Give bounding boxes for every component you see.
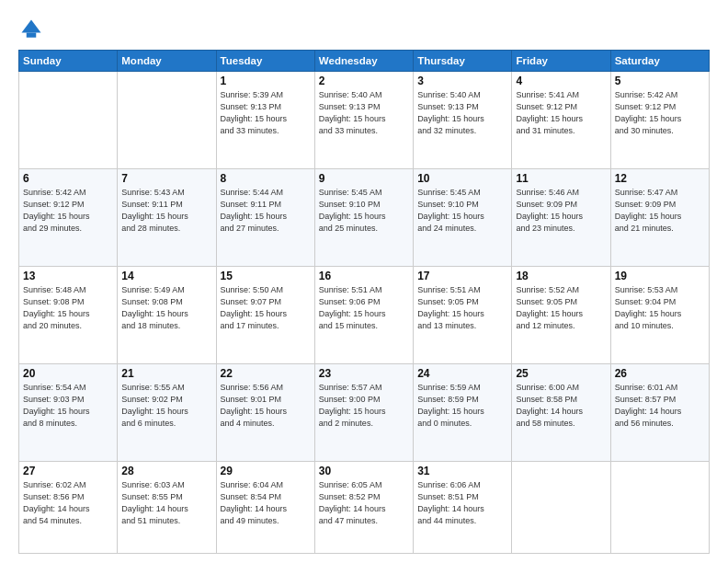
day-number: 2 xyxy=(319,75,409,87)
day-number: 26 xyxy=(615,367,705,380)
day-info: Sunrise: 5:57 AM Sunset: 9:00 PM Dayligh… xyxy=(319,382,409,430)
day-info: Sunrise: 6:04 AM Sunset: 8:54 PM Dayligh… xyxy=(221,479,311,527)
day-info: Sunrise: 5:40 AM Sunset: 9:13 PM Dayligh… xyxy=(319,89,409,137)
day-number: 15 xyxy=(221,270,311,282)
day-number: 14 xyxy=(121,270,211,282)
svg-rect-1 xyxy=(27,33,37,38)
day-number: 31 xyxy=(417,465,507,477)
header xyxy=(18,17,710,42)
calendar-cell: 8Sunrise: 5:44 AM Sunset: 9:11 PM Daylig… xyxy=(216,169,314,267)
calendar-cell: 19Sunrise: 5:53 AM Sunset: 9:04 PM Dayli… xyxy=(610,267,709,364)
day-info: Sunrise: 5:46 AM Sunset: 9:09 PM Dayligh… xyxy=(516,187,606,235)
day-info: Sunrise: 5:56 AM Sunset: 9:01 PM Dayligh… xyxy=(221,382,311,430)
weekday-header: Wednesday xyxy=(314,51,413,72)
logo xyxy=(18,17,48,42)
weekday-header: Tuesday xyxy=(216,51,314,72)
day-info: Sunrise: 5:40 AM Sunset: 9:13 PM Dayligh… xyxy=(417,89,507,137)
day-info: Sunrise: 6:01 AM Sunset: 8:57 PM Dayligh… xyxy=(615,382,705,430)
calendar-cell: 28Sunrise: 6:03 AM Sunset: 8:55 PM Dayli… xyxy=(118,462,216,554)
day-number: 29 xyxy=(221,465,311,477)
calendar-cell: 26Sunrise: 6:01 AM Sunset: 8:57 PM Dayli… xyxy=(610,364,709,462)
day-number: 27 xyxy=(23,465,113,477)
day-number: 18 xyxy=(516,270,606,282)
day-info: Sunrise: 6:02 AM Sunset: 8:56 PM Dayligh… xyxy=(23,479,113,527)
day-info: Sunrise: 5:48 AM Sunset: 9:08 PM Dayligh… xyxy=(23,284,113,332)
calendar-cell: 2Sunrise: 5:40 AM Sunset: 9:13 PM Daylig… xyxy=(314,72,413,169)
calendar-cell: 6Sunrise: 5:42 AM Sunset: 9:12 PM Daylig… xyxy=(19,169,118,267)
calendar-cell: 30Sunrise: 6:05 AM Sunset: 8:52 PM Dayli… xyxy=(314,462,413,554)
calendar-cell: 12Sunrise: 5:47 AM Sunset: 9:09 PM Dayli… xyxy=(610,169,709,267)
day-info: Sunrise: 5:42 AM Sunset: 9:12 PM Dayligh… xyxy=(615,89,705,137)
day-info: Sunrise: 6:06 AM Sunset: 8:51 PM Dayligh… xyxy=(417,479,507,527)
day-number: 3 xyxy=(417,75,507,87)
day-number: 17 xyxy=(417,270,507,282)
day-number: 25 xyxy=(516,367,606,380)
day-number: 7 xyxy=(121,172,211,185)
day-number: 1 xyxy=(221,75,311,87)
weekday-header: Thursday xyxy=(414,51,512,72)
day-info: Sunrise: 5:49 AM Sunset: 9:08 PM Dayligh… xyxy=(121,284,211,332)
calendar-cell: 11Sunrise: 5:46 AM Sunset: 9:09 PM Dayli… xyxy=(512,169,610,267)
day-info: Sunrise: 6:00 AM Sunset: 8:58 PM Dayligh… xyxy=(516,382,606,430)
day-info: Sunrise: 5:52 AM Sunset: 9:05 PM Dayligh… xyxy=(516,284,606,332)
calendar-cell: 3Sunrise: 5:40 AM Sunset: 9:13 PM Daylig… xyxy=(414,72,512,169)
calendar-cell xyxy=(118,72,216,169)
calendar-cell: 1Sunrise: 5:39 AM Sunset: 9:13 PM Daylig… xyxy=(216,72,314,169)
calendar-cell: 17Sunrise: 5:51 AM Sunset: 9:05 PM Dayli… xyxy=(414,267,512,364)
weekday-header: Saturday xyxy=(610,51,709,72)
calendar-cell: 10Sunrise: 5:45 AM Sunset: 9:10 PM Dayli… xyxy=(414,169,512,267)
day-number: 20 xyxy=(23,367,113,380)
day-number: 21 xyxy=(121,367,211,380)
day-number: 16 xyxy=(319,270,409,282)
day-number: 9 xyxy=(319,172,409,185)
day-info: Sunrise: 5:39 AM Sunset: 9:13 PM Dayligh… xyxy=(221,89,311,137)
day-number: 5 xyxy=(615,75,705,87)
calendar-cell: 29Sunrise: 6:04 AM Sunset: 8:54 PM Dayli… xyxy=(216,462,314,554)
calendar-cell: 21Sunrise: 5:55 AM Sunset: 9:02 PM Dayli… xyxy=(118,364,216,462)
calendar-cell: 9Sunrise: 5:45 AM Sunset: 9:10 PM Daylig… xyxy=(314,169,413,267)
day-number: 19 xyxy=(615,270,705,282)
day-info: Sunrise: 5:59 AM Sunset: 8:59 PM Dayligh… xyxy=(417,382,507,430)
calendar-cell: 14Sunrise: 5:49 AM Sunset: 9:08 PM Dayli… xyxy=(118,267,216,364)
weekday-header: Friday xyxy=(512,51,610,72)
day-number: 24 xyxy=(417,367,507,380)
svg-marker-0 xyxy=(22,20,41,33)
calendar-cell: 23Sunrise: 5:57 AM Sunset: 9:00 PM Dayli… xyxy=(314,364,413,462)
calendar-week-row: 6Sunrise: 5:42 AM Sunset: 9:12 PM Daylig… xyxy=(19,169,710,267)
day-info: Sunrise: 5:51 AM Sunset: 9:06 PM Dayligh… xyxy=(319,284,409,332)
day-info: Sunrise: 6:03 AM Sunset: 8:55 PM Dayligh… xyxy=(121,479,211,527)
calendar-cell: 7Sunrise: 5:43 AM Sunset: 9:11 PM Daylig… xyxy=(118,169,216,267)
day-number: 6 xyxy=(23,172,113,185)
day-number: 28 xyxy=(121,465,211,477)
day-number: 11 xyxy=(516,172,606,185)
day-info: Sunrise: 5:45 AM Sunset: 9:10 PM Dayligh… xyxy=(319,187,409,235)
calendar-cell: 13Sunrise: 5:48 AM Sunset: 9:08 PM Dayli… xyxy=(19,267,118,364)
day-number: 8 xyxy=(221,172,311,185)
calendar-cell: 5Sunrise: 5:42 AM Sunset: 9:12 PM Daylig… xyxy=(610,72,709,169)
day-number: 30 xyxy=(319,465,409,477)
calendar-cell: 25Sunrise: 6:00 AM Sunset: 8:58 PM Dayli… xyxy=(512,364,610,462)
calendar-cell: 31Sunrise: 6:06 AM Sunset: 8:51 PM Dayli… xyxy=(414,462,512,554)
calendar-week-row: 20Sunrise: 5:54 AM Sunset: 9:03 PM Dayli… xyxy=(19,364,710,462)
day-info: Sunrise: 5:43 AM Sunset: 9:11 PM Dayligh… xyxy=(121,187,211,235)
day-info: Sunrise: 5:50 AM Sunset: 9:07 PM Dayligh… xyxy=(221,284,311,332)
day-info: Sunrise: 5:41 AM Sunset: 9:12 PM Dayligh… xyxy=(516,89,606,137)
day-info: Sunrise: 5:51 AM Sunset: 9:05 PM Dayligh… xyxy=(417,284,507,332)
calendar-cell: 18Sunrise: 5:52 AM Sunset: 9:05 PM Dayli… xyxy=(512,267,610,364)
calendar-week-row: 27Sunrise: 6:02 AM Sunset: 8:56 PM Dayli… xyxy=(19,462,710,554)
logo-icon xyxy=(18,17,44,42)
calendar-table: SundayMondayTuesdayWednesdayThursdayFrid… xyxy=(18,50,710,554)
calendar-cell: 20Sunrise: 5:54 AM Sunset: 9:03 PM Dayli… xyxy=(19,364,118,462)
calendar-cell: 24Sunrise: 5:59 AM Sunset: 8:59 PM Dayli… xyxy=(414,364,512,462)
calendar-cell: 22Sunrise: 5:56 AM Sunset: 9:01 PM Dayli… xyxy=(216,364,314,462)
weekday-header: Sunday xyxy=(19,51,118,72)
day-number: 4 xyxy=(516,75,606,87)
weekday-header: Monday xyxy=(118,51,216,72)
calendar-cell xyxy=(512,462,610,554)
day-info: Sunrise: 5:47 AM Sunset: 9:09 PM Dayligh… xyxy=(615,187,705,235)
page: SundayMondayTuesdayWednesdayThursdayFrid… xyxy=(0,0,728,563)
day-info: Sunrise: 5:45 AM Sunset: 9:10 PM Dayligh… xyxy=(417,187,507,235)
day-info: Sunrise: 5:53 AM Sunset: 9:04 PM Dayligh… xyxy=(615,284,705,332)
calendar-week-row: 13Sunrise: 5:48 AM Sunset: 9:08 PM Dayli… xyxy=(19,267,710,364)
calendar-body: 1Sunrise: 5:39 AM Sunset: 9:13 PM Daylig… xyxy=(19,72,710,554)
